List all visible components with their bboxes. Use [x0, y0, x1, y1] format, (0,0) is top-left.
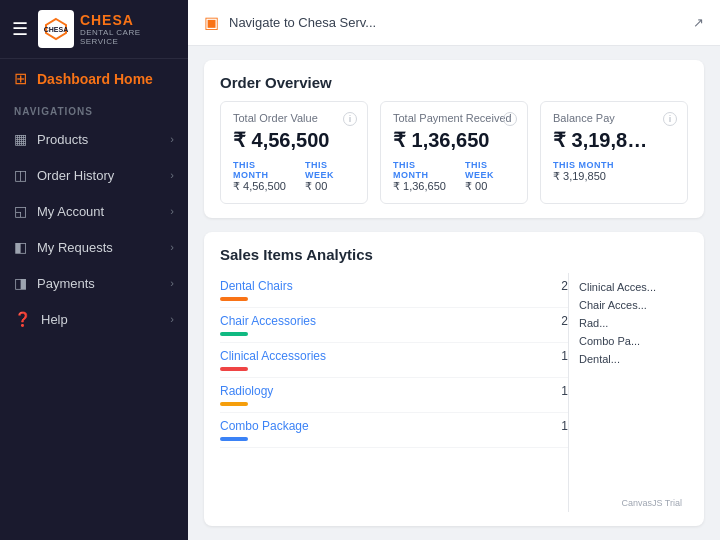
sidebar-item-my-requests[interactable]: ◧ My Requests ›	[0, 229, 188, 265]
chesa-logo-icon: CHESA	[42, 15, 70, 43]
chart-item-4: Dental...	[579, 353, 678, 365]
sidebar-item-help[interactable]: ❓ Help ›	[0, 301, 188, 337]
sidebar-item-products[interactable]: ▦ Products ›	[0, 121, 188, 157]
combo-package-bar	[220, 437, 248, 441]
topbar-navigate-text: Navigate to Chesa Serv...	[229, 15, 683, 30]
analytics-chart-panel: Clinical Acces... Chair Acces... Rad... …	[568, 273, 688, 512]
balance-pay-month-label: THIS MONTH	[553, 160, 614, 170]
hamburger-icon[interactable]: ☰	[12, 18, 28, 40]
payment-received-month-stat: THIS MONTH ₹ 1,36,650	[393, 160, 449, 193]
balance-pay-info-icon[interactable]: i	[663, 112, 677, 126]
my-account-arrow-icon: ›	[170, 205, 174, 217]
my-requests-arrow-icon: ›	[170, 241, 174, 253]
radiology-bar	[220, 402, 248, 406]
order-history-icon: ◫	[14, 167, 27, 183]
help-label: Help	[41, 312, 68, 327]
analytics-item-header-2: Clinical Accessories 1	[220, 349, 568, 363]
dashboard-icon: ⊞	[14, 69, 27, 88]
sidebar-item-payments[interactable]: ◨ Payments ›	[0, 265, 188, 301]
payment-received-info-icon[interactable]: i	[503, 112, 517, 126]
analytics-item-radiology: Radiology 1	[220, 378, 568, 413]
combo-package-label: Combo Package	[220, 419, 309, 433]
payment-received-footer: THIS MONTH ₹ 1,36,650 THIS WEEK ₹ 00	[393, 160, 515, 193]
my-account-label: My Account	[37, 204, 104, 219]
svg-text:CHESA: CHESA	[44, 26, 69, 33]
total-order-month-stat: THIS MONTH ₹ 4,56,500	[233, 160, 289, 193]
products-arrow-icon: ›	[170, 133, 174, 145]
balance-pay-title: Balance Pay	[553, 112, 675, 124]
analytics-item-dental-chairs: Dental Chairs 2	[220, 273, 568, 308]
balance-pay-footer: THIS MONTH ₹ 3,19,850	[553, 160, 675, 183]
total-order-footer: THIS MONTH ₹ 4,56,500 THIS WEEK ₹ 00	[233, 160, 355, 193]
total-order-week-value: ₹ 00	[305, 180, 355, 193]
dental-chairs-count: 2	[561, 279, 568, 293]
my-account-icon: ◱	[14, 203, 27, 219]
total-order-value-title: Total Order Value	[233, 112, 355, 124]
sidebar-item-order-history[interactable]: ◫ Order History ›	[0, 157, 188, 193]
balance-pay-month-stat: THIS MONTH ₹ 3,19,850	[553, 160, 614, 183]
clinical-accessories-bar	[220, 367, 248, 371]
topbar-page-icon: ▣	[204, 13, 219, 32]
total-order-month-label: THIS MONTH	[233, 160, 289, 180]
canvasjs-watermark: CanvasJS Trial	[621, 498, 682, 508]
analytics-item-header-3: Radiology 1	[220, 384, 568, 398]
total-order-info-icon[interactable]: i	[343, 112, 357, 126]
logo-text-block: CHESA DENTAL CARE SERVICE	[80, 12, 176, 46]
sidebar: ☰ CHESA CHESA DENTAL CARE SERVICE ⊞ Dash…	[0, 0, 188, 540]
analytics-item-header-0: Dental Chairs 2	[220, 279, 568, 293]
balance-pay-month-value: ₹ 3,19,850	[553, 170, 614, 183]
total-order-week-stat: THIS WEEK ₹ 00	[305, 160, 355, 193]
order-card-payment-received: Total Payment Received i ₹ 1,36,650 THIS…	[380, 101, 528, 204]
order-card-total-value: Total Order Value i ₹ 4,56,500 THIS MONT…	[220, 101, 368, 204]
sales-analytics-title: Sales Items Analytics	[220, 246, 688, 263]
sales-analytics-section: Sales Items Analytics Dental Chairs 2 Ch…	[204, 232, 704, 526]
sidebar-item-dashboard[interactable]: ⊞ Dashboard Home	[0, 59, 188, 98]
payment-received-month-value: ₹ 1,36,650	[393, 180, 449, 193]
order-overview-section: Order Overview Total Order Value i ₹ 4,5…	[204, 60, 704, 218]
payment-received-week-label: THIS WEEK	[465, 160, 515, 180]
order-history-arrow-icon: ›	[170, 169, 174, 181]
dashboard-label: Dashboard Home	[37, 71, 153, 87]
payment-received-month-label: THIS MONTH	[393, 160, 449, 180]
combo-package-count: 1	[561, 419, 568, 433]
sidebar-header: ☰ CHESA CHESA DENTAL CARE SERVICE	[0, 0, 188, 59]
help-icon: ❓	[14, 311, 31, 327]
analytics-list: Dental Chairs 2 Chair Accessories 2	[220, 273, 568, 512]
products-icon: ▦	[14, 131, 27, 147]
radiology-label: Radiology	[220, 384, 273, 398]
payments-label: Payments	[37, 276, 95, 291]
main-content: ▣ Navigate to Chesa Serv... ↗ Order Over…	[188, 0, 720, 540]
clinical-accessories-count: 1	[561, 349, 568, 363]
order-history-label: Order History	[37, 168, 114, 183]
external-link-icon[interactable]: ↗	[693, 15, 704, 30]
dental-chairs-bar	[220, 297, 248, 301]
payment-received-week-stat: THIS WEEK ₹ 00	[465, 160, 515, 193]
analytics-item-header-4: Combo Package 1	[220, 419, 568, 433]
nav-item-left-order-history: ◫ Order History	[14, 167, 114, 183]
sidebar-item-my-account[interactable]: ◱ My Account ›	[0, 193, 188, 229]
chair-accessories-bar	[220, 332, 248, 336]
payments-arrow-icon: ›	[170, 277, 174, 289]
brand-name: CHESA	[80, 12, 176, 28]
topbar: ▣ Navigate to Chesa Serv... ↗	[188, 0, 720, 46]
analytics-body: Dental Chairs 2 Chair Accessories 2	[220, 273, 688, 512]
payment-received-title: Total Payment Received	[393, 112, 515, 124]
nav-item-left-my-requests: ◧ My Requests	[14, 239, 113, 255]
nav-item-left-products: ▦ Products	[14, 131, 88, 147]
analytics-item-combo-package: Combo Package 1	[220, 413, 568, 448]
nav-section-label: NAVIGATIONS	[0, 98, 188, 121]
logo-box: CHESA	[38, 10, 74, 48]
my-requests-icon: ◧	[14, 239, 27, 255]
analytics-item-header-1: Chair Accessories 2	[220, 314, 568, 328]
chart-item-0: Clinical Acces...	[579, 281, 678, 293]
clinical-accessories-label: Clinical Accessories	[220, 349, 326, 363]
products-label: Products	[37, 132, 88, 147]
chart-item-2: Rad...	[579, 317, 678, 329]
nav-item-left-help: ❓ Help	[14, 311, 68, 327]
nav-item-left-my-account: ◱ My Account	[14, 203, 104, 219]
payment-received-week-value: ₹ 00	[465, 180, 515, 193]
radiology-count: 1	[561, 384, 568, 398]
content-area: Order Overview Total Order Value i ₹ 4,5…	[188, 46, 720, 540]
dental-chairs-label: Dental Chairs	[220, 279, 293, 293]
order-overview-title: Order Overview	[220, 74, 688, 91]
